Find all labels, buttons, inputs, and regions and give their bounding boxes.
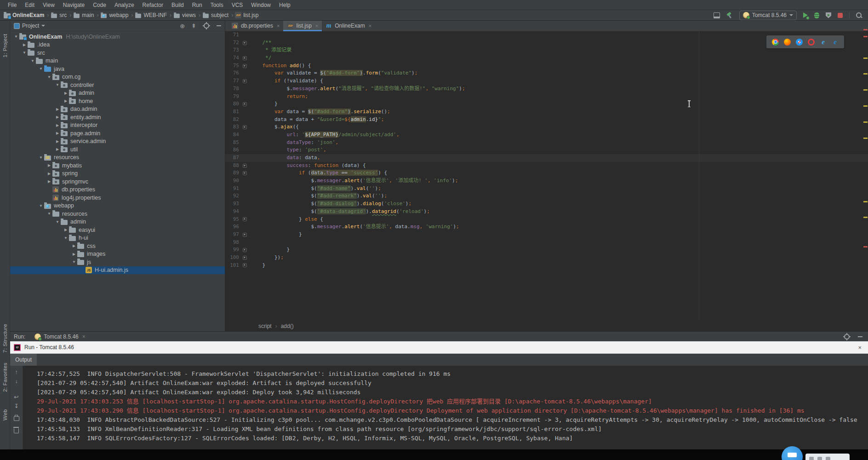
print-icon[interactable] <box>14 416 19 421</box>
tree-row-page-admin[interactable]: ▶page.admin <box>10 129 225 138</box>
chevron-down-icon[interactable]: ▼ <box>38 67 44 71</box>
code-line-83[interactable]: 83 $.ajax({ <box>225 123 868 131</box>
tree-row-resources[interactable]: ▼resources <box>10 154 225 162</box>
code-line-91[interactable]: 91 $("#add-name").val(''); <box>225 185 868 193</box>
code-line-95[interactable]: 95 } else { <box>225 216 868 224</box>
chevron-down-icon[interactable]: ▼ <box>71 260 77 264</box>
down-stack-trace-icon[interactable]: ↓ <box>15 379 18 384</box>
tree-row-service-admin[interactable]: ▶service.admin <box>10 138 225 146</box>
close-icon[interactable]: × <box>369 23 371 29</box>
code-line-80[interactable]: 80 } <box>225 100 868 108</box>
chevron-right-icon[interactable]: ▶ <box>46 179 52 184</box>
fold-column[interactable] <box>239 231 250 239</box>
tab-db-properties[interactable]: db.properties× <box>228 21 283 31</box>
warning-mark[interactable] <box>863 105 868 107</box>
up-stack-trace-icon[interactable]: ↑ <box>15 369 18 375</box>
chevron-right-icon[interactable]: ▶ <box>54 139 61 144</box>
widget-toolbar[interactable] <box>805 454 850 460</box>
gear-icon[interactable] <box>204 23 209 29</box>
menu-item-tools[interactable]: Tools <box>206 0 228 10</box>
edge-browser-icon[interactable]: e <box>832 39 839 46</box>
chevron-down-icon[interactable]: ▼ <box>38 155 44 160</box>
chevron-right-icon[interactable]: ▶ <box>54 147 61 151</box>
tree-row-h-ui-admin-js[interactable]: JSH-ui.admin.js <box>10 266 225 275</box>
chevron-down-icon[interactable]: ▼ <box>21 51 28 55</box>
menu-item-window[interactable]: Window <box>247 0 275 10</box>
warning-mark[interactable] <box>863 89 868 91</box>
breadcrumb-item-onlineexam[interactable]: OnlineExam <box>4 12 44 18</box>
tab-onlineexam[interactable]: mOnlineExam× <box>322 21 375 31</box>
close-icon[interactable]: × <box>277 23 280 29</box>
tree-row-springmvc[interactable]: ▶springmvc <box>10 178 225 186</box>
chevron-right-icon[interactable]: ▶ <box>63 99 69 103</box>
menu-item-help[interactable]: Help <box>275 0 295 10</box>
soft-wrap-icon[interactable]: ↩ <box>14 394 18 400</box>
locate-icon[interactable]: ⊕ <box>180 23 185 29</box>
chevron-right-icon[interactable]: ▶ <box>21 43 28 47</box>
tree-row-entity-admin[interactable]: ▶entity.admin <box>10 113 225 121</box>
tool-strip-7-structure[interactable]: 7: Structure <box>0 320 10 356</box>
tool-window-icon[interactable] <box>714 12 720 18</box>
clear-all-icon[interactable] <box>14 428 19 433</box>
tree-row-webapp[interactable]: ▼webapp <box>10 202 225 210</box>
project-panel-title[interactable]: Project <box>14 23 180 29</box>
tree-row-main[interactable]: ▼main <box>10 57 225 65</box>
warning-mark[interactable] <box>863 138 868 139</box>
fold-column[interactable] <box>239 216 250 224</box>
error-mark[interactable] <box>863 246 868 247</box>
tree-row-mybatis[interactable]: ▶mybatis <box>10 161 225 170</box>
chrome-browser-icon[interactable] <box>772 39 779 46</box>
tree-row-onlineexam[interactable]: ▼OnlineExamH:\study\OnlineExam <box>10 33 225 41</box>
chevron-down-icon[interactable]: ▼ <box>54 83 61 87</box>
chevron-right-icon[interactable]: ▶ <box>71 252 77 256</box>
code-line-89[interactable]: 89 if (data.type == 'success') { <box>225 169 868 177</box>
run-button[interactable] <box>803 12 808 18</box>
firefox-browser-icon[interactable] <box>784 39 791 46</box>
fold-column[interactable] <box>239 262 250 270</box>
run-window-titlebar[interactable]: IJ Run - Tomcat 8.5.46 × <box>10 341 868 354</box>
close-icon[interactable]: × <box>315 23 318 29</box>
widget-icon[interactable] <box>817 457 822 460</box>
fold-end-icon[interactable] <box>243 233 247 237</box>
breadcrumb-item-views[interactable]: views <box>173 12 196 18</box>
widget-icon[interactable] <box>809 457 814 460</box>
fold-column[interactable] <box>239 39 250 47</box>
tree-row-css[interactable]: ▶css <box>10 242 225 250</box>
chevron-down-icon[interactable]: ▼ <box>63 236 69 240</box>
fold-start-icon[interactable] <box>243 171 247 175</box>
tree-row-log4j-properties[interactable]: log4j.properties <box>10 194 225 202</box>
code-line-86[interactable]: 86 type: 'post', <box>225 146 868 154</box>
error-mark[interactable] <box>863 29 868 30</box>
breadcrumb-script[interactable]: script <box>258 323 272 329</box>
tree-row-src[interactable]: ▼src <box>10 49 225 57</box>
chevron-right-icon[interactable]: ▶ <box>54 131 61 135</box>
fold-column[interactable] <box>239 100 250 108</box>
tab-output[interactable]: Output <box>10 354 37 366</box>
tree-row-home[interactable]: ▶home <box>10 97 225 105</box>
console-output[interactable]: 17:42:57,525 INFO DispatcherServlet:508 … <box>24 366 868 449</box>
code-line-75[interactable]: 75 function add() { <box>225 62 868 70</box>
chevron-down-icon[interactable]: ▼ <box>29 59 36 63</box>
collapse-all-icon[interactable]: ⇞ <box>191 23 196 29</box>
windows-taskbar[interactable] <box>0 449 868 460</box>
code-line-81[interactable]: 81 var data = $("#add-form").serialize()… <box>225 108 868 116</box>
gear-icon[interactable] <box>844 334 850 339</box>
chevron-down-icon[interactable]: ▼ <box>38 204 44 208</box>
scroll-to-end-icon[interactable]: ↧ <box>14 403 18 409</box>
tree-row-js[interactable]: ▼js <box>10 258 225 266</box>
fold-start-icon[interactable] <box>243 64 247 68</box>
menu-item-run[interactable]: Run <box>188 0 206 10</box>
error-stripe[interactable] <box>862 21 868 331</box>
fold-start-icon[interactable] <box>243 41 247 45</box>
chevron-right-icon[interactable]: ▶ <box>46 172 52 176</box>
debug-button[interactable] <box>814 12 819 18</box>
tree-row-java[interactable]: ▼java <box>10 65 225 73</box>
warning-mark[interactable] <box>863 73 868 75</box>
code-line-98[interactable]: 98 <box>225 239 868 247</box>
tree-row-h-ui[interactable]: ▼h-ui <box>10 234 225 242</box>
fold-end-icon[interactable] <box>243 263 247 267</box>
breadcrumb-item-list-jsp[interactable]: JSPlist.jsp <box>235 12 258 18</box>
menu-item-code[interactable]: Code <box>89 0 110 10</box>
code-line-76[interactable]: 76 var validate = $("#add-form").form("v… <box>225 69 868 77</box>
menu-item-view[interactable]: View <box>39 0 59 10</box>
